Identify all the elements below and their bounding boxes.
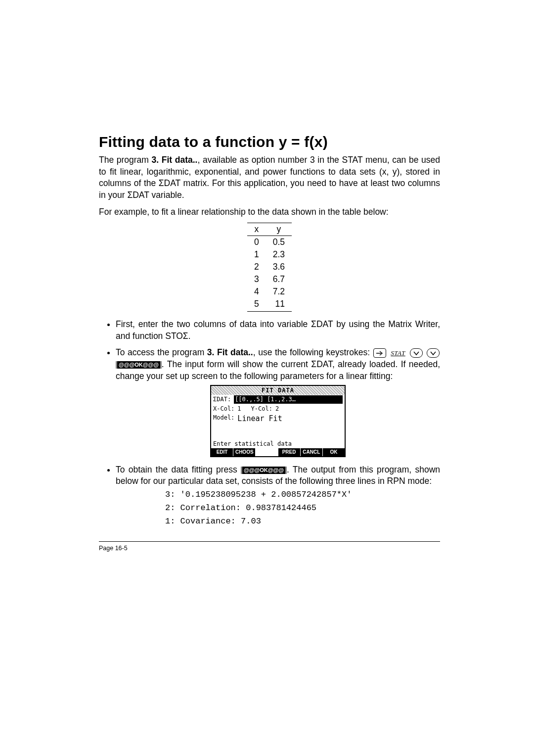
down-arrow-key-icon [410,348,423,358]
rpn-output-line-3: 3: '0.195238095238 + 2.00857242857*X' [165,489,440,501]
right-shift-key-icon [373,348,386,358]
field-label: ΣDAT: [213,395,231,403]
document-page: Fitting data to a function y = f(x) The … [0,0,534,756]
cell: 6.7 [266,273,292,285]
cell: 0.5 [266,236,292,249]
steps-list: First, enter the two columns of data int… [99,319,440,527]
table-row: 23.6 [247,261,292,273]
cell: 7.2 [266,285,292,298]
calc-titlebar: FIT DATA [211,386,345,395]
stat-key-label: STAT [390,349,406,358]
col-header-y: y [266,223,292,236]
calc-row-sdat: ΣDAT: [[0.,.5] [1.,2.3… [211,395,345,404]
data-table: x y 00.5 12.3 23.6 36.7 47.2 511 [247,223,292,312]
softkey-blank [256,448,278,456]
rpn-output-line-1: 1: Covariance: 7.03 [165,516,440,527]
field-label: Model: [213,414,234,424]
section-heading: Fitting data to a function y = f(x) [99,134,440,150]
calc-prompt: Enter statistical data [211,440,345,448]
ok-softkey-icon: @@@OK@@@ [116,361,162,369]
page-number: Page 16-5 [99,545,440,552]
list-item: First, enter the two columns of data int… [116,319,440,342]
cell: 2 [247,261,266,273]
table-row: 47.2 [247,285,292,298]
text: . The input form will show the current Σ… [116,359,440,381]
table-row: 36.7 [247,273,292,285]
calc-row-cols: X-Col: 1 Y-Col: 2 [211,404,345,413]
field-label: X-Col: [213,405,234,413]
field-label: Y-Col: [251,405,272,413]
field-value: 1 [237,405,241,413]
softkey-cancl: CANCL [301,448,323,456]
cell: 5 [247,298,266,312]
softkey-pred: PRED [278,448,301,456]
field-value-highlighted: [[0.,.5] [1.,2.3… [234,395,343,403]
table-row: 12.3 [247,248,292,261]
down-arrow-key-icon [427,348,440,358]
list-item: To obtain the data fitting press @@@OK@@… [116,464,440,527]
table-row: 00.5 [247,236,292,249]
table-row: 511 [247,298,292,312]
softkey-choos: CHOOS [233,448,256,456]
list-item: To access the program 3. Fit data.., use… [116,347,440,457]
calc-spacer [211,424,345,440]
cell: 4 [247,285,266,298]
cell: 2.3 [266,248,292,261]
cell: 11 [266,298,292,312]
softkey-edit: EDIT [211,448,233,456]
cell: 0 [247,236,266,249]
col-header-x: x [247,223,266,236]
table-header-row: x y [247,223,292,236]
text: To access the program [116,347,207,357]
program-name: 3. Fit data.. [207,347,253,357]
softkey-ok: OK [323,448,345,456]
field-value: Linear Fit [237,414,282,424]
cell: 3 [247,273,266,285]
rpn-output-line-2: 2: Correlation: 0.983781424465 [165,503,440,514]
footer-rule [99,541,440,542]
intro-paragraph-1: The program 3. Fit data.., available as … [99,154,440,201]
calc-row-model: Model: Linear Fit [211,413,345,424]
cell: 1 [247,248,266,261]
text: To obtain the data fitting press [116,465,241,474]
calculator-screen: FIT DATA ΣDAT: [[0.,.5] [1.,2.3… X-Col: … [210,385,346,457]
text: , use the following keystrokes: [253,347,373,357]
text: The program [99,155,152,165]
field-value: 2 [275,405,279,413]
intro-paragraph-2: For example, to fit a linear relationshi… [99,206,440,218]
cell: 3.6 [266,261,292,273]
program-name: 3. Fit data.. [152,155,198,165]
ok-softkey-icon: @@@OK@@@ [241,467,287,474]
calc-softkey-row: EDIT CHOOS PRED CANCL OK [211,448,345,456]
